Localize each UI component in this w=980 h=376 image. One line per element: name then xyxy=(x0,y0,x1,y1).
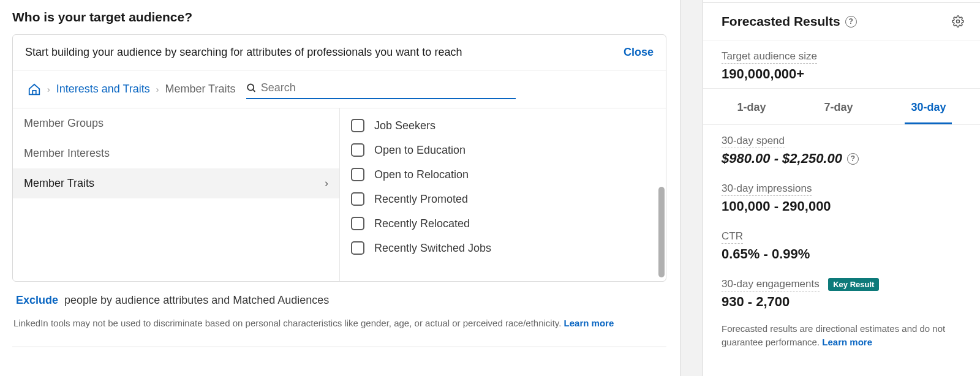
learn-more-link[interactable]: Learn more xyxy=(822,337,872,347)
spend-value-text: $980.00 - $2,250.00 xyxy=(722,151,842,167)
trait-label: Recently Relocated xyxy=(374,217,470,230)
checkbox[interactable] xyxy=(351,168,364,181)
column-divider xyxy=(680,0,703,376)
trait-option[interactable]: Recently Switched Jobs xyxy=(340,236,666,260)
scrollbar[interactable] xyxy=(658,187,665,277)
svg-point-2 xyxy=(957,20,960,23)
page-title: Who is your target audience? xyxy=(12,10,680,24)
category-label: Member Groups xyxy=(24,117,104,130)
trait-option[interactable]: Open to Education xyxy=(340,138,666,162)
category-list: Member Groups Member Interests Member Tr… xyxy=(13,108,340,281)
forecast-sidebar: Forecasted Results ? Target audience siz… xyxy=(703,2,980,376)
exclude-row: Exclude people by audience attributes an… xyxy=(12,282,680,312)
ctr-label: CTR xyxy=(722,230,743,244)
breadcrumb-current: Member Traits xyxy=(165,83,235,96)
exclude-text: people by audience attributes and Matche… xyxy=(64,294,329,306)
key-result-badge: Key Result xyxy=(828,278,879,291)
gear-icon[interactable] xyxy=(952,15,964,28)
tab-7-day[interactable]: 7-day xyxy=(818,97,859,124)
chevron-right-icon: › xyxy=(156,85,159,94)
exclude-button[interactable]: Exclude xyxy=(16,294,58,306)
engagements-label: 30-day engagements xyxy=(722,278,820,291)
audience-size-label: Target audience size xyxy=(722,50,817,64)
chevron-right-icon: › xyxy=(47,85,50,94)
checkbox[interactable] xyxy=(351,119,364,132)
forecast-tabs: 1-day 7-day 30-day xyxy=(703,89,980,125)
tab-30-day[interactable]: 30-day xyxy=(905,97,952,124)
audience-size-value: 190,000,000+ xyxy=(722,66,962,82)
checkbox[interactable] xyxy=(351,217,364,230)
search-input[interactable] xyxy=(257,79,516,97)
spend-label: 30-day spend xyxy=(722,135,785,148)
trait-option[interactable]: Recently Relocated xyxy=(340,211,666,236)
forecast-note: Forecasted results are directional estim… xyxy=(703,316,980,349)
trait-list: Job Seekers Open to Education Open to Re… xyxy=(340,108,666,281)
help-icon[interactable]: ? xyxy=(847,153,859,165)
close-button[interactable]: Close xyxy=(624,46,654,59)
trait-label: Recently Switched Jobs xyxy=(374,242,491,255)
panel-description: Start building your audience by searchin… xyxy=(25,46,462,59)
chevron-right-icon: › xyxy=(325,177,328,190)
category-member-groups[interactable]: Member Groups xyxy=(13,108,339,138)
category-label: Member Interests xyxy=(24,147,110,160)
category-member-traits[interactable]: Member Traits › xyxy=(13,168,339,198)
engagements-value: 930 - 2,700 xyxy=(722,294,962,310)
disclaimer: LinkedIn tools may not be used to discri… xyxy=(12,312,666,336)
category-member-interests[interactable]: Member Interests xyxy=(13,138,339,168)
checkbox[interactable] xyxy=(351,241,364,255)
home-icon[interactable] xyxy=(28,83,41,96)
category-label: Member Traits xyxy=(24,177,94,190)
sidebar-title: Forecasted Results ? xyxy=(722,14,857,29)
sidebar-title-text: Forecasted Results xyxy=(722,14,840,29)
trait-label: Recently Promoted xyxy=(374,193,468,206)
svg-line-1 xyxy=(253,89,255,92)
checkbox[interactable] xyxy=(351,143,364,157)
search-icon xyxy=(246,83,257,94)
breadcrumb-link[interactable]: Interests and Traits xyxy=(56,83,150,96)
divider xyxy=(12,347,666,347)
search-field[interactable] xyxy=(246,79,516,99)
ctr-value: 0.65% - 0.99% xyxy=(722,246,962,262)
breadcrumb: › Interests and Traits › Member Traits xyxy=(13,70,666,108)
trait-label: Job Seekers xyxy=(374,119,435,132)
checkbox[interactable] xyxy=(351,192,364,206)
svg-point-0 xyxy=(248,84,254,90)
learn-more-link[interactable]: Learn more xyxy=(564,318,614,328)
impressions-label: 30-day impressions xyxy=(722,182,812,196)
trait-option[interactable]: Recently Promoted xyxy=(340,187,666,211)
disclaimer-text: LinkedIn tools may not be used to discri… xyxy=(13,318,564,328)
spend-value: $980.00 - $2,250.00 ? xyxy=(722,151,962,167)
trait-option[interactable]: Job Seekers xyxy=(340,113,666,138)
trait-option[interactable]: Open to Relocation xyxy=(340,162,666,187)
trait-label: Open to Relocation xyxy=(374,168,469,181)
audience-panel: Start building your audience by searchin… xyxy=(12,34,666,282)
impressions-value: 100,000 - 290,000 xyxy=(722,198,962,214)
help-icon[interactable]: ? xyxy=(845,16,857,28)
tab-1-day[interactable]: 1-day xyxy=(731,97,772,124)
trait-label: Open to Education xyxy=(374,144,466,157)
